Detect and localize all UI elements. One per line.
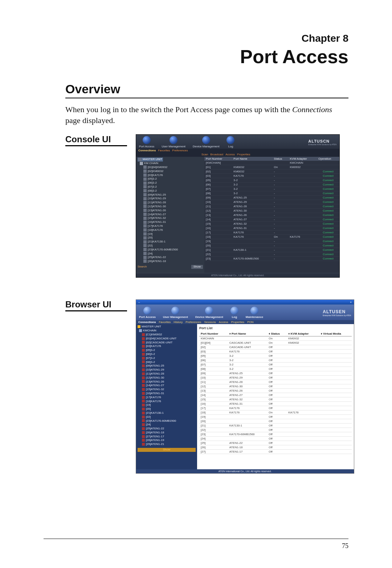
- table-row[interactable]: [01]KM0032OnKM0932: [204, 165, 339, 169]
- browser-table-header[interactable]: ♦ KVM Adapter: [287, 331, 319, 336]
- browser-subtab[interactable]: PON: [247, 320, 253, 324]
- browser-subtab[interactable]: Favorites: [159, 320, 171, 324]
- table-row[interactable]: [17]KA7176-Connect: [204, 230, 339, 235]
- minimize-icon[interactable]: –: [138, 301, 140, 304]
- table-row[interactable]: [09]ATEN1-25-Connect: [204, 196, 339, 200]
- console-tree-item[interactable]: [05]3-2: [138, 177, 203, 181]
- console-tree-item[interactable]: [03]KA7176: [138, 173, 203, 177]
- table-row[interactable]: [21]KA7130-1-Connect: [204, 248, 339, 252]
- browser-tree-item[interactable]: [17]KA7176: [138, 396, 196, 400]
- table-row[interactable]: [09]ATEN1-25Off: [199, 371, 352, 376]
- table-row[interactable]: [14]ATEN1-27-Connect: [204, 217, 339, 222]
- console-tree-item[interactable]: [07]3-2: [138, 185, 203, 189]
- console-tree-item[interactable]: [14]ATEN1-27: [138, 213, 203, 217]
- browser-tree-item[interactable]: [09]ATEN1-25: [138, 364, 196, 368]
- table-row[interactable]: [12]ATEN1-30-Connect: [204, 209, 339, 213]
- table-row[interactable]: [18]KA7176OnKA7176Connect: [204, 235, 339, 239]
- browser-tree-item[interactable]: [27]ATEN1-17: [138, 435, 196, 439]
- browser-tree-item[interactable]: [02]CASCADE-UNIT: [138, 341, 196, 345]
- console-subtab[interactable]: Properties: [237, 153, 250, 156]
- table-row[interactable]: [KMCHAIN]KMCHAIN: [204, 161, 339, 165]
- console-tree-item[interactable]: [12]ATEN1-30: [138, 205, 203, 209]
- table-row[interactable]: [19]-Connect: [204, 239, 339, 244]
- browser-tree-item[interactable]: [06]3-2: [138, 352, 196, 356]
- console-subtab[interactable]: Connections: [138, 149, 156, 152]
- console-toolbar-button[interactable]: User Management: [162, 136, 185, 148]
- table-row[interactable]: [17]KA7176Off: [199, 406, 352, 410]
- table-row[interactable]: [03]KA7176-Connect: [204, 174, 339, 178]
- console-tree-item[interactable]: [19]: [138, 232, 203, 236]
- browser-tree-item[interactable]: [29]ATEN1-21: [138, 442, 196, 446]
- table-row[interactable]: [13]ATEN1-26-Connect: [204, 213, 339, 217]
- browser-subtab[interactable]: Connections: [138, 320, 156, 324]
- browser-tree-item[interactable]: [03]KA7176: [138, 344, 196, 348]
- table-row[interactable]: [01][04]CASCADE-UNITOnKM0932: [199, 341, 352, 345]
- console-table-header[interactable]: Port Number: [204, 157, 232, 161]
- table-row[interactable]: [23]KA7170-60MB1500-Connect: [204, 257, 339, 261]
- console-tree-item[interactable]: [09]ATEN1-25: [138, 193, 203, 197]
- console-toolbar-button[interactable]: Device Management: [193, 136, 219, 148]
- browser-tree-item[interactable]: [14]ATEN1-27: [138, 384, 196, 388]
- browser-show-button[interactable]: Show: [138, 448, 196, 452]
- table-row[interactable]: [02]CASCADE-UNITOff: [199, 345, 352, 350]
- console-tree-item[interactable]: [06]3-2: [138, 181, 203, 185]
- browser-tree-item[interactable]: [25]ATEN1-22: [138, 427, 196, 431]
- console-subtab[interactable]: Access: [225, 153, 235, 156]
- table-row[interactable]: [03]KA7176Off: [199, 350, 352, 354]
- console-subtab[interactable]: Scan: [201, 153, 208, 156]
- table-row[interactable]: [10]ATEN1-29Off: [199, 376, 352, 380]
- browser-table-header[interactable]: ♦ Virtual Media: [319, 331, 352, 336]
- console-toolbar-button[interactable]: Port Access: [139, 136, 154, 148]
- console-tree-item[interactable]: [13]ATEN1-26: [138, 209, 203, 213]
- console-tree-item[interactable]: [24]: [138, 252, 203, 256]
- browser-subtab[interactable]: Preferences: [185, 320, 201, 324]
- browser-tree-item[interactable]: [08]3-2: [138, 360, 196, 364]
- table-row[interactable]: [22]Off: [199, 428, 352, 432]
- browser-tree-root[interactable]: MASTER UNIT: [138, 325, 196, 329]
- browser-tree-item[interactable]: [18]KA7176: [138, 400, 196, 404]
- browser-tree-item[interactable]: [13]ATEN1-26: [138, 380, 196, 384]
- browser-tree-item[interactable]: [05]3-2: [138, 348, 196, 352]
- console-tree-item[interactable]: [11]ATEN1-28: [138, 201, 203, 205]
- table-row[interactable]: [06]3-2-Connect: [204, 183, 339, 187]
- table-row[interactable]: [20]Off: [199, 419, 352, 424]
- table-row[interactable]: [12]ATEN1-30Off: [199, 384, 352, 389]
- browser-tree-item[interactable]: [28]ATEN1-19: [138, 438, 196, 442]
- browser-subtab[interactable]: History: [173, 320, 183, 324]
- browser-tree-item[interactable]: [19]: [138, 403, 196, 407]
- table-row[interactable]: [07]3-2Off: [199, 363, 352, 367]
- table-row[interactable]: [22]-Connect: [204, 252, 339, 257]
- console-subtab[interactable]: Preferences: [172, 149, 188, 152]
- table-row[interactable]: [10]ATEN1-29-Connect: [204, 200, 339, 204]
- table-row[interactable]: KMCHAINOnKM0932: [199, 336, 352, 341]
- console-subtab[interactable]: Favorites: [158, 149, 170, 152]
- console-tree-item[interactable]: [20]: [138, 236, 203, 240]
- browser-tree-item[interactable]: [15]ATEN1-32: [138, 388, 196, 392]
- table-row[interactable]: [05]3-2Off: [199, 354, 352, 358]
- browser-tree-item[interactable]: [12]ATEN1-30: [138, 376, 196, 380]
- table-row[interactable]: [26]ATEN1-18Off: [199, 445, 352, 450]
- table-row[interactable]: [08]3-2Off: [199, 367, 352, 371]
- table-row[interactable]: [19]Off: [199, 415, 352, 419]
- console-tree-item[interactable]: [02]KM0032: [138, 169, 203, 173]
- browser-toolbar-button[interactable]: Maintenance: [246, 307, 263, 319]
- table-row[interactable]: [23]KA7170-60MB1500Off: [199, 432, 352, 437]
- table-row[interactable]: [20]-Connect: [204, 244, 339, 248]
- browser-tree-item[interactable]: KMCHAIN: [138, 329, 196, 333]
- browser-tree-item[interactable]: [01]04]CASCADE-UNIT: [138, 337, 196, 341]
- console-tree-item[interactable]: KM CHAIN: [138, 162, 203, 166]
- browser-tree-item[interactable]: [07]3-2: [138, 356, 196, 360]
- browser-tree-item[interactable]: [23]KA7170-60MB1500: [138, 419, 196, 423]
- browser-toolbar-button[interactable]: Log: [230, 307, 238, 319]
- console-tree-item[interactable]: [23]KA7170-60MB1500: [138, 248, 203, 252]
- console-tree-item[interactable]: [08]3-2: [138, 189, 203, 193]
- table-row[interactable]: [16]ATEN1-31-Connect: [204, 226, 339, 230]
- browser-tree-item[interactable]: [10]ATEN1-29: [138, 368, 196, 372]
- browser-subtab[interactable]: Properties: [231, 320, 244, 324]
- table-row[interactable]: [21]KA7130-1Off: [199, 424, 352, 428]
- table-row[interactable]: [16]ATEN1-31Off: [199, 402, 352, 406]
- console-tree-item[interactable]: [25]ATEN1-22: [138, 256, 203, 260]
- console-tree-item[interactable]: [10]ATEN1-29: [138, 197, 203, 201]
- table-row[interactable]: [11]ATEN1-28Off: [199, 380, 352, 384]
- browser-tree-item[interactable]: [26]ATEN1-18: [138, 431, 196, 435]
